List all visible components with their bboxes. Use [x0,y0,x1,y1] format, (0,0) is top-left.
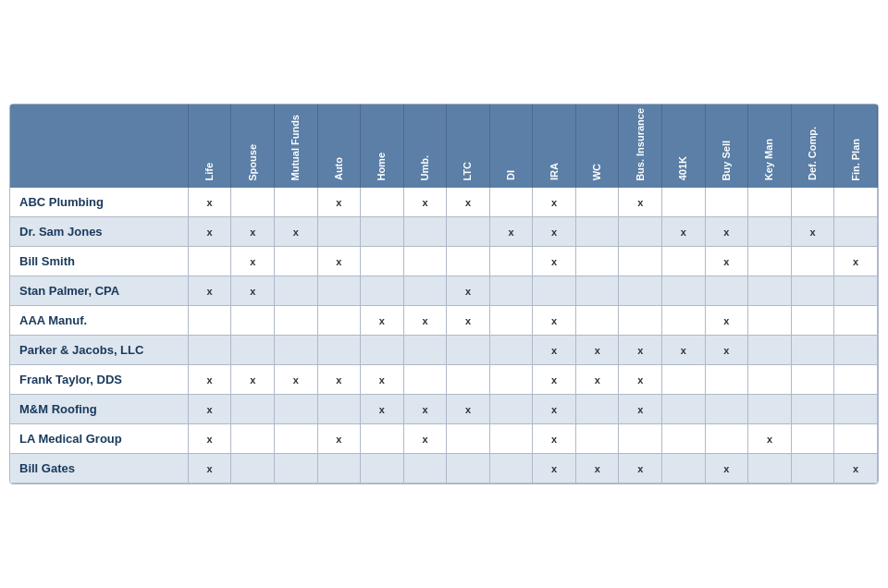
x-mark: x [637,345,643,356]
x-mark: x [336,197,341,208]
cell-ltc: x [447,188,490,217]
x-mark: x [250,374,255,386]
x-mark: x [422,404,427,415]
cell-life [188,247,231,276]
x-mark: x [509,227,514,238]
cell-mutual_funds [274,188,317,217]
cell-bus_ins: x [619,454,662,484]
x-mark: x [250,227,255,238]
table-row: ABC Plumbingxxxxxx [10,188,878,217]
cell-life: x [188,395,231,424]
row-name-cell: Bill Smith [10,247,188,276]
x-mark: x [723,315,729,326]
cell-ira: x [533,424,576,454]
cell-key_man [748,306,792,336]
col-header-life: Life [188,104,231,189]
cell-life: x [188,424,231,454]
cell-bus_ins [619,424,662,454]
x-mark: x [595,374,600,386]
cell-ltc: x [447,395,490,424]
row-name-cell: Stan Palmer, CPA [10,276,188,306]
cell-buy_sell: x [705,247,748,276]
cell-auto: x [317,247,361,276]
x-mark: x [637,374,643,386]
cell-life: x [188,217,231,247]
x-mark: x [551,463,557,474]
cell-umb [403,217,447,247]
cell-life: x [188,365,231,395]
table-row: Frank Taylor, DDSxxxxxxxx [10,365,878,395]
x-mark: x [637,197,643,208]
cell-auto: x [317,188,361,217]
cell-k401 [662,395,706,424]
cell-k401 [662,424,706,454]
cell-home [361,454,404,484]
row-name-cell: AAA Manuf. [10,306,188,336]
cell-ltc [447,454,490,484]
cell-spouse: x [231,276,275,306]
cell-ira: x [533,395,576,424]
row-name-cell: Dr. Sam Jones [10,217,188,247]
x-mark: x [723,345,729,356]
cell-ltc: x [447,276,490,306]
cell-ira: x [533,247,576,276]
cell-k401 [662,188,706,217]
cell-k401 [662,365,706,395]
x-mark: x [207,197,213,208]
col-header-ltc: LTC [447,104,490,189]
cell-umb [403,454,447,484]
cell-di [489,306,533,336]
cell-home [361,336,404,365]
cell-fin_plan [834,217,878,247]
col-header-wc: WC [575,104,619,189]
cell-fin_plan [834,188,878,217]
cell-fin_plan [834,306,878,336]
cell-bus_ins [619,247,662,276]
x-mark: x [551,256,557,267]
x-mark: x [465,404,471,415]
cell-life: x [188,454,231,484]
cell-def_comp [791,454,834,484]
x-mark: x [551,197,557,208]
cell-spouse: x [231,365,275,395]
cell-ira: x [533,217,576,247]
cell-umb: x [403,188,447,217]
main-table-wrapper: Life Spouse Mutual Funds Auto Home Umb. … [9,104,879,485]
cell-wc [575,276,619,306]
cell-bus_ins: x [619,336,662,365]
table-row: M&M Roofingxxxxxx [10,395,878,424]
cell-auto [317,454,361,484]
x-mark: x [207,434,213,445]
cell-key_man [748,188,792,217]
cell-umb [403,247,447,276]
x-mark: x [853,256,858,267]
x-mark: x [723,227,729,238]
cell-home [361,217,404,247]
x-mark: x [681,227,686,238]
cell-home [361,247,404,276]
x-mark: x [422,197,427,208]
cell-buy_sell: x [705,454,748,484]
x-mark: x [595,345,600,356]
col-header-ira: IRA [533,104,576,189]
cell-key_man [748,217,792,247]
cell-k401 [662,247,706,276]
cell-mutual_funds [274,336,317,365]
cell-buy_sell [705,188,748,217]
cell-def_comp [791,395,834,424]
cell-fin_plan [834,336,878,365]
cell-fin_plan: x [834,454,878,484]
x-mark: x [551,227,557,238]
cell-ltc [447,217,490,247]
cell-mutual_funds [274,276,317,306]
row-name-cell: Bill Gates [10,454,188,484]
x-mark: x [422,434,427,445]
x-mark: x [207,286,213,297]
cell-wc: x [575,454,619,484]
x-mark: x [465,286,471,297]
cell-spouse [231,188,275,217]
cell-wc [575,247,619,276]
cell-home [361,188,404,217]
x-mark: x [336,256,341,267]
cell-def_comp [791,247,834,276]
